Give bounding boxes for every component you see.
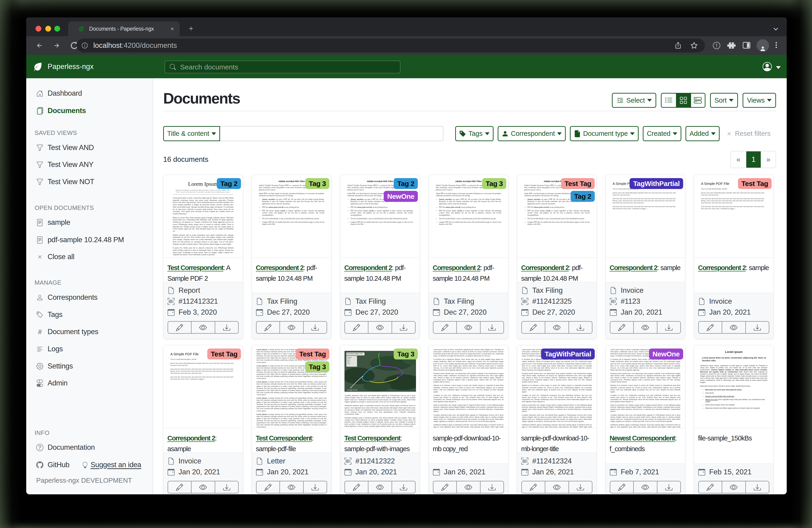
svg-text:Legend: Legend [347,357,351,358]
svg-text:Day 2: Day 2 [347,360,350,361]
svg-text:Boundary Waters Trip: Boundary Waters Trip [347,353,363,355]
svg-text:Day 1: Day 1 [347,358,350,359]
svg-text:Day 4: Day 4 [347,363,350,365]
svg-text:Day 3: Day 3 [347,362,350,363]
svg-text:Google Earth: Google Earth [347,389,358,391]
